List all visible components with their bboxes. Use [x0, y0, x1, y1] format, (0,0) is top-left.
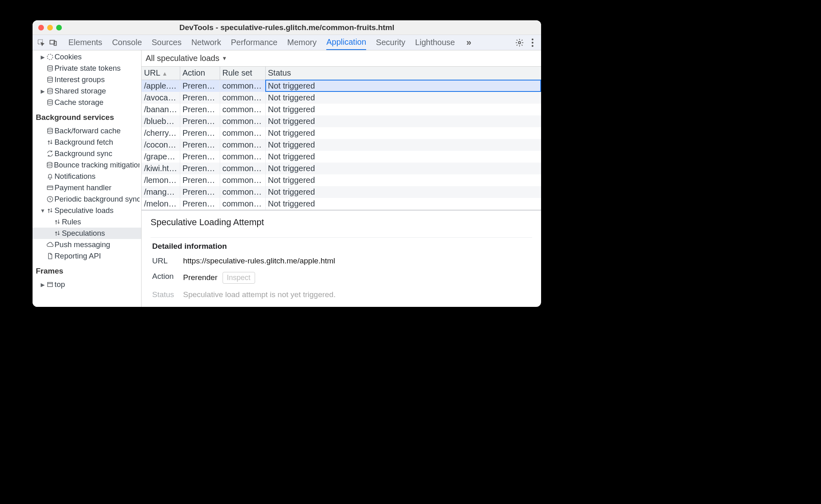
detail-status-value: Speculative load attempt is not yet trig…	[183, 290, 532, 299]
svg-rect-16	[48, 282, 52, 287]
table-row[interactable]: /melon.h…Prerendercommon-fr…Not triggere…	[142, 198, 541, 210]
card-icon	[46, 184, 55, 191]
kebab-menu-icon[interactable]	[531, 38, 534, 47]
bell-icon	[46, 173, 55, 180]
detail-panel: Speculative Loading Attempt Detailed inf…	[142, 210, 541, 299]
sidebar-item-push-messaging[interactable]: Push messaging	[33, 239, 141, 250]
col-status[interactable]: Status	[265, 67, 541, 80]
cell-status: Not triggered	[265, 92, 541, 104]
cookie-icon	[46, 53, 55, 61]
sidebar-item-background-fetch[interactable]: Background fetch	[33, 137, 141, 148]
zoom-window-button[interactable]	[56, 25, 62, 30]
sidebar-item-shared-storage[interactable]: ▶ Shared storage	[33, 85, 141, 97]
tab-network[interactable]: Network	[191, 35, 221, 50]
detail-url-label: URL	[152, 256, 181, 265]
cell-rule: common-fr…	[220, 80, 265, 92]
sidebar-item-notifications[interactable]: Notifications	[33, 171, 141, 182]
cell-rule: common-fr…	[220, 104, 265, 115]
cell-url: /apple.html	[142, 80, 180, 92]
clock-icon	[46, 196, 55, 203]
sidebar-item-speculative-loads[interactable]: ▼Speculative loads	[33, 205, 141, 216]
cell-status: Not triggered	[265, 127, 541, 139]
tab-memory[interactable]: Memory	[287, 35, 317, 50]
filter-bar: All speculative loads ▼	[142, 50, 541, 67]
tab-security[interactable]: Security	[376, 35, 405, 50]
cell-action: Prerender	[180, 139, 220, 151]
table-row[interactable]: /coconut…Prerendercommon-fr…Not triggere…	[142, 139, 541, 151]
sidebar-item-top-frame[interactable]: ▶top	[33, 279, 141, 290]
tab-lighthouse[interactable]: Lighthouse	[415, 35, 455, 50]
cell-action: Prerender	[180, 115, 220, 127]
table-row[interactable]: /lemon.h…Prerendercommon-fr…Not triggere…	[142, 174, 541, 186]
close-window-button[interactable]	[38, 25, 44, 30]
cell-status: Not triggered	[265, 174, 541, 186]
sidebar-item-payment-handler[interactable]: Payment handler	[33, 182, 141, 193]
svg-point-5	[532, 41, 533, 43]
window-title: DevTools - speculative-rules.glitch.me/c…	[33, 23, 541, 32]
inspect-element-icon[interactable]	[36, 37, 46, 48]
cell-rule: common-fr…	[220, 174, 265, 186]
sidebar-item-cookies[interactable]: ▶ Cookies	[33, 51, 141, 63]
sidebar-item-speculations[interactable]: Speculations	[33, 228, 141, 239]
cell-rule: common-fr…	[220, 151, 265, 163]
cell-action: Prerender	[180, 127, 220, 139]
sidebar-item-private-state-tokens[interactable]: Private state tokens	[33, 63, 141, 74]
cell-rule: common-fr…	[220, 186, 265, 198]
col-url[interactable]: URL▲	[142, 67, 180, 80]
cell-url: /lemon.h…	[142, 174, 180, 186]
detail-action-label: Action	[152, 272, 181, 284]
detail-url-value: https://speculative-rules.glitch.me/appl…	[183, 256, 532, 265]
sidebar-item-bf-cache[interactable]: Back/forward cache	[33, 125, 141, 137]
table-row[interactable]: /grape.htmlPrerendercommon-fr…Not trigge…	[142, 151, 541, 163]
sidebar-item-reporting-api[interactable]: Reporting API	[33, 250, 141, 262]
minimize-window-button[interactable]	[47, 25, 53, 30]
database-icon	[46, 87, 55, 95]
detail-status-label: Status	[152, 290, 181, 299]
more-tabs-icon[interactable]: »	[466, 37, 471, 48]
cell-url: /coconut…	[142, 139, 180, 151]
cell-status: Not triggered	[265, 186, 541, 198]
application-sidebar: ▶ Cookies Private state tokens Interest …	[33, 50, 142, 307]
col-rule-set[interactable]: Rule set	[220, 67, 265, 80]
cell-action: Prerender	[180, 186, 220, 198]
sidebar-item-cache-storage[interactable]: Cache storage	[33, 97, 141, 108]
table-row[interactable]: /cherry.h…Prerendercommon-fr…Not trigger…	[142, 127, 541, 139]
tab-sources[interactable]: Sources	[152, 35, 181, 50]
cell-rule: common-fr…	[220, 163, 265, 174]
cell-url: /grape.html	[142, 151, 180, 163]
gear-icon[interactable]	[515, 38, 524, 47]
cell-url: /kiwi.html	[142, 163, 180, 174]
svg-point-12	[48, 128, 52, 130]
sidebar-item-rules[interactable]: Rules	[33, 216, 141, 228]
sidebar-item-background-sync[interactable]: Background sync	[33, 148, 141, 159]
table-row[interactable]: /kiwi.htmlPrerendercommon-fr…Not trigger…	[142, 163, 541, 174]
database-icon	[46, 65, 55, 72]
updown-icon	[46, 207, 55, 214]
tab-performance[interactable]: Performance	[231, 35, 278, 50]
sidebar-item-bounce-tracking[interactable]: Bounce tracking mitigations	[33, 159, 141, 171]
section-background-services: Background services	[33, 108, 141, 125]
table-row[interactable]: /banana.…Prerendercommon-fr…Not triggere…	[142, 104, 541, 115]
table-row[interactable]: /avocad…Prerendercommon-fr…Not triggered	[142, 92, 541, 104]
frame-icon	[46, 281, 55, 288]
panel-tabs: Elements Console Sources Network Perform…	[68, 35, 513, 50]
cell-rule: common-fr…	[220, 198, 265, 210]
col-action[interactable]: Action	[180, 67, 220, 80]
table-row[interactable]: /mango.…Prerendercommon-fr…Not triggered	[142, 186, 541, 198]
device-toolbar-icon[interactable]	[48, 37, 59, 48]
sidebar-item-interest-groups[interactable]: Interest groups	[33, 74, 141, 85]
cloud-icon	[46, 241, 55, 248]
inspect-button[interactable]: Inspect	[223, 272, 255, 284]
cell-rule: common-fr…	[220, 127, 265, 139]
tab-application[interactable]: Application	[326, 35, 366, 50]
table-row[interactable]: /apple.htmlPrerendercommon-fr…Not trigge…	[142, 80, 541, 92]
chevron-down-icon: ▼	[222, 55, 227, 61]
tab-console[interactable]: Console	[112, 35, 142, 50]
sidebar-item-periodic-bg-sync[interactable]: Periodic background sync	[33, 193, 141, 205]
tab-elements[interactable]: Elements	[68, 35, 102, 50]
svg-point-13	[47, 162, 52, 164]
titlebar: DevTools - speculative-rules.glitch.me/c…	[33, 20, 541, 35]
table-row[interactable]: /blueberr…Prerendercommon-fr…Not trigger…	[142, 115, 541, 127]
updown-icon	[46, 139, 55, 146]
filter-dropdown[interactable]: All speculative loads ▼	[146, 54, 227, 63]
